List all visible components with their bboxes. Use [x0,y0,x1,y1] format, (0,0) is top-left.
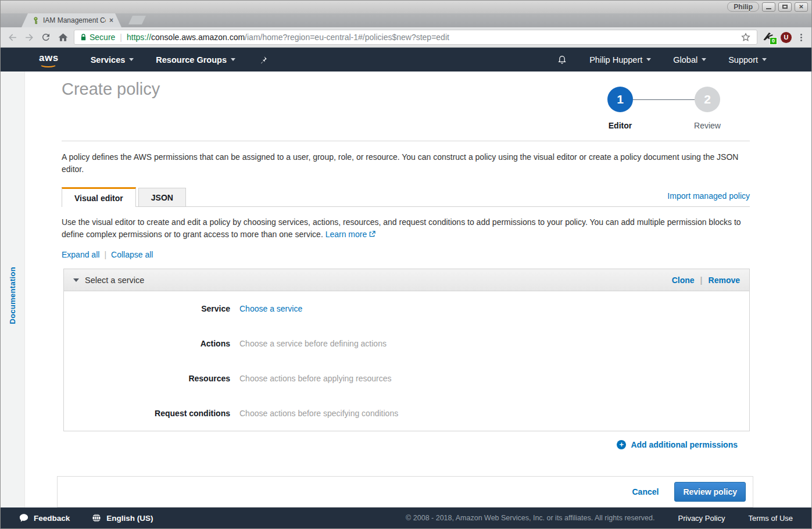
extension-badge: 0 [770,37,777,45]
tab-close-icon[interactable]: × [109,17,113,24]
forward-button[interactable] [23,31,35,43]
notifications-bell-icon[interactable] [546,55,578,65]
action-bar: Cancel Review policy [57,476,753,507]
reload-button[interactable] [40,31,52,43]
clone-link[interactable]: Clone [672,276,695,285]
privacy-policy-link[interactable]: Privacy Policy [678,514,725,523]
documentation-link[interactable]: Documentation [8,267,17,324]
globe-icon [92,513,101,523]
address-bar[interactable]: Secure | https://console.aws.amazon.com/… [74,30,757,45]
speech-bubble-icon [19,513,28,523]
plus-circle-icon: + [617,440,626,449]
nav-services[interactable]: Services [80,48,145,72]
chevron-down-icon [231,58,235,61]
maximize-button[interactable] [778,2,792,12]
aws-smile-icon [40,61,57,67]
aws-nav-bar: aws Services Resource Groups Philip Hupp… [1,48,811,72]
permission-block-body: Service Choose a service Actions Choose … [64,291,749,431]
copyright-text: © 2008 - 2018, Amazon Web Services, Inc.… [406,514,654,522]
tab-visual-editor[interactable]: Visual editor [62,187,136,207]
step-1-label: Editor [603,121,638,130]
main-content: Documentation Create policy 1 2 Editor R… [1,72,811,507]
aws-logo[interactable]: aws [39,52,59,67]
new-tab-button[interactable] [128,16,146,24]
import-managed-policy-link[interactable]: Import managed policy [667,191,750,201]
step-1-circle: 1 [607,87,633,112]
pin-icon[interactable] [246,56,280,64]
permission-block: Select a service Clone | Remove Service … [63,269,750,431]
page-title: Create policy [62,80,160,99]
tab-title: IAM Management Co [43,16,106,24]
permission-block-header[interactable]: Select a service Clone | Remove [64,269,749,291]
minimize-icon [766,8,771,9]
tab-json[interactable]: JSON [138,188,186,207]
extension-ublock-icon[interactable]: U [781,32,792,43]
documentation-rail: Documentation [1,72,25,507]
terms-of-use-link[interactable]: Terms of Use [748,514,793,523]
window-title: Philip [727,2,759,12]
url-text[interactable]: https://console.aws.amazon.com/iam/home?… [127,33,736,42]
request-conditions-row: Request conditions Choose actions before… [64,396,749,431]
close-button[interactable]: ✕ [795,2,808,12]
nav-user-menu[interactable]: Philip Huppert [578,55,662,65]
browser-tab[interactable]: IAM Management Co × [22,13,121,27]
step-connector [633,99,695,100]
tab-strip: IAM Management Co × [1,13,811,27]
browser-menu-icon[interactable] [797,34,806,41]
choose-service-link[interactable]: Choose a service [239,304,302,313]
collapse-all-link[interactable]: Collapse all [111,250,153,259]
nav-region-menu[interactable]: Global [662,55,717,65]
browser-window: Philip ✕ IAM Management Co × Secure | ht… [0,0,812,529]
language-selector[interactable]: English (US) [92,513,153,523]
nav-support-menu[interactable]: Support [717,55,778,65]
chevron-down-icon [129,58,134,61]
bookmark-star-icon[interactable] [741,32,751,42]
back-button[interactable] [6,31,18,43]
wizard-steps: 1 2 Editor Review [607,87,725,130]
block-title: Select a service [85,276,144,285]
collapse-caret-icon [73,278,79,282]
expand-all-link[interactable]: Expand all [62,250,99,259]
intro-text: A policy defines the AWS permissions tha… [62,151,743,176]
step-2-circle: 2 [695,87,720,112]
home-button[interactable] [57,31,69,43]
secure-indicator[interactable]: Secure [80,33,115,42]
lock-icon [80,33,87,41]
chevron-down-icon [702,58,706,61]
iam-key-favicon-icon [32,17,40,24]
add-additional-permissions-button[interactable]: + Add additional permissions [617,440,738,449]
editor-tabs: Visual editor JSON Import managed policy [62,187,750,207]
chevron-down-icon [762,58,767,61]
visual-editor-help: Use the visual editor to create and edit… [62,216,747,241]
close-icon: ✕ [799,3,803,10]
remove-link[interactable]: Remove [709,276,740,285]
secure-label: Secure [90,33,115,42]
review-policy-button[interactable]: Review policy [674,482,746,502]
step-2-label: Review [690,121,725,130]
aws-footer: Feedback English (US) © 2008 - 2018, Ama… [1,507,811,528]
divider [62,141,750,141]
expand-collapse-row: Expand all|Collapse all [62,250,153,259]
learn-more-link[interactable]: Learn more [325,230,367,239]
extension-bird-icon[interactable]: 0 [763,31,775,44]
maximize-icon [782,5,788,9]
resources-row: Resources Choose actions before applying… [64,361,749,396]
minimize-button[interactable] [762,2,775,12]
nav-resource-groups[interactable]: Resource Groups [145,48,246,72]
actions-row: Actions Choose a service before defining… [64,326,749,361]
service-row: Service Choose a service [64,291,749,326]
window-titlebar: Philip ✕ [1,1,811,13]
browser-toolbar: Secure | https://console.aws.amazon.com/… [1,27,811,48]
cancel-button[interactable]: Cancel [632,487,659,496]
chevron-down-icon [646,58,651,61]
external-link-icon [369,231,375,237]
feedback-button[interactable]: Feedback [19,513,70,523]
